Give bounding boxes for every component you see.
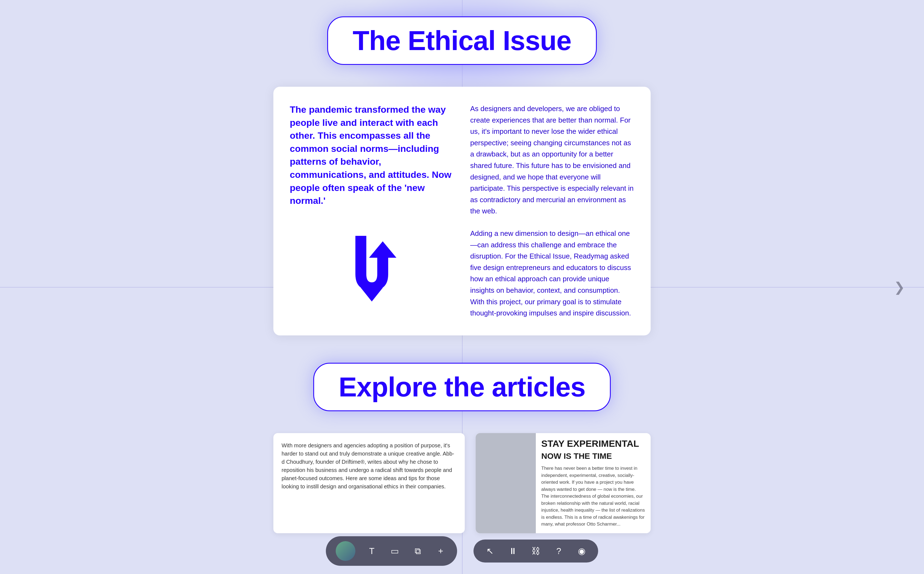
- article-2-text: STAY EXPERIMENTAL NOW IS THE TIME There …: [536, 433, 651, 533]
- layers-tool-button[interactable]: ⧉: [411, 544, 424, 558]
- article-1-text: With more designers and agencies adoptin…: [281, 441, 457, 490]
- explore-badge[interactable]: Explore the articles: [313, 363, 611, 411]
- frame-tool-button[interactable]: ▭: [388, 544, 401, 558]
- link-icon: ⛓: [531, 546, 540, 556]
- frame-icon: ▭: [391, 546, 399, 556]
- cursor-icon: ↖: [486, 546, 494, 556]
- add-icon: +: [438, 546, 443, 556]
- article-2-top: STAY EXPERIMENTAL NOW IS THE TIME There …: [476, 433, 651, 533]
- layers-icon: ⧉: [415, 546, 421, 556]
- article-2-image: [476, 433, 536, 533]
- avatar[interactable]: [336, 541, 355, 561]
- add-tool-button[interactable]: +: [434, 544, 447, 558]
- intro-right-para1: As designers and developers, we are obli…: [470, 103, 634, 217]
- eye-icon: ◉: [578, 546, 586, 556]
- card-left-column: The pandemic transformed the way people …: [290, 103, 454, 319]
- bottom-toolbar: T ▭ ⧉ + ↖ ⏸ ⛓ ? ◉: [326, 536, 598, 566]
- main-content: The Ethical Issue The pandemic transform…: [0, 0, 924, 574]
- pause-icon: ⏸: [509, 546, 517, 556]
- article-2-para2: The interconnectedness of global economi…: [541, 493, 645, 528]
- text-icon: T: [369, 546, 374, 556]
- uturn-arrow-svg: [333, 230, 410, 307]
- card-right-column: As designers and developers, we are obli…: [470, 103, 634, 319]
- intro-left-text: The pandemic transformed the way people …: [290, 103, 454, 207]
- article-card-1[interactable]: With more designers and agencies adoptin…: [273, 433, 465, 533]
- toolbar-right: ↖ ⏸ ⛓ ? ◉: [473, 539, 598, 563]
- link-button[interactable]: ⛓: [529, 544, 542, 558]
- cursor-tool-button[interactable]: ↖: [483, 544, 497, 558]
- article-2-heading2: NOW IS THE TIME: [541, 451, 645, 460]
- intro-card: The pandemic transformed the way people …: [273, 87, 651, 336]
- help-button[interactable]: ?: [552, 544, 565, 558]
- arrow-head: [361, 288, 383, 301]
- explore-title: Explore the articles: [339, 371, 586, 403]
- help-icon: ?: [556, 546, 561, 556]
- text-tool-button[interactable]: T: [365, 544, 378, 558]
- view-button[interactable]: ◉: [575, 544, 588, 558]
- title-badge: The Ethical Issue: [327, 16, 597, 65]
- arrow-graphic: [290, 218, 454, 319]
- intro-right-para2: Adding a new dimension to design—an ethi…: [470, 228, 634, 319]
- arrow-path: [355, 236, 396, 290]
- page-title: The Ethical Issue: [353, 25, 571, 56]
- toolbar-left: T ▭ ⧉ +: [326, 536, 457, 566]
- nav-arrow-right[interactable]: ❯: [891, 279, 908, 295]
- chevron-right-icon: ❯: [894, 279, 905, 295]
- article-2-para1: There has never been a better time to in…: [541, 465, 645, 493]
- article-card-2[interactable]: STAY EXPERIMENTAL NOW IS THE TIME There …: [476, 433, 651, 533]
- articles-row: With more designers and agencies adoptin…: [273, 433, 651, 533]
- article-2-heading1: STAY EXPERIMENTAL: [541, 438, 645, 449]
- pause-button[interactable]: ⏸: [506, 544, 519, 558]
